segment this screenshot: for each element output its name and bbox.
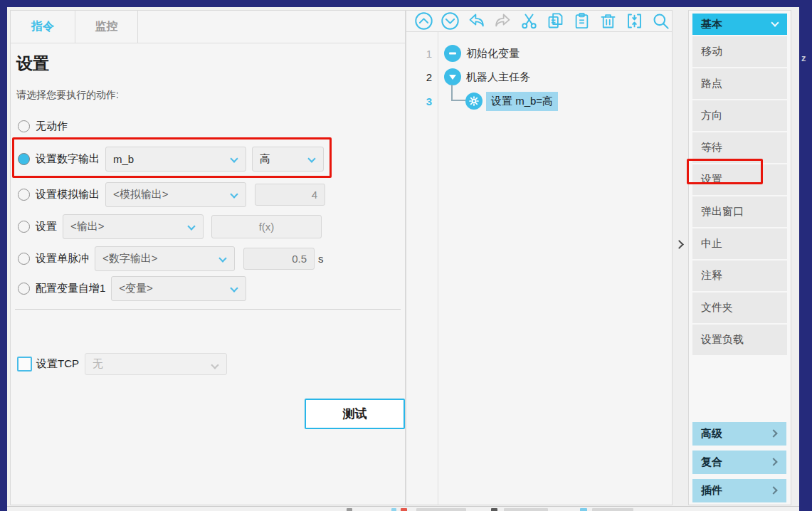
digital-level-select[interactable]: 高 bbox=[252, 147, 324, 172]
undo-icon[interactable] bbox=[467, 11, 486, 31]
test-button[interactable]: 测试 bbox=[305, 399, 405, 429]
top-frame-bar bbox=[0, 0, 812, 7]
sidebar-section-plugin[interactable]: 插件 bbox=[692, 479, 786, 502]
paste-icon[interactable] bbox=[572, 11, 591, 31]
tree-row-main-task[interactable]: 2 机器人主任务 bbox=[406, 65, 670, 88]
variable-select[interactable]: <变量> bbox=[111, 276, 246, 301]
selected-value: m_b bbox=[113, 153, 134, 165]
chevron-down-icon bbox=[230, 154, 238, 162]
status-icon-fragment bbox=[491, 508, 497, 511]
move-down-icon[interactable] bbox=[441, 11, 460, 31]
chevron-down-icon bbox=[218, 254, 226, 262]
right-frame-bar: z bbox=[799, 7, 812, 511]
sidebar-item-waypoint[interactable]: 路点 bbox=[692, 68, 787, 99]
cut-icon[interactable] bbox=[520, 11, 539, 31]
delete-icon[interactable] bbox=[599, 11, 618, 31]
output-select[interactable]: <输出> bbox=[63, 214, 204, 239]
digital-output-select[interactable]: m_b bbox=[105, 147, 246, 172]
status-icon-fragment bbox=[580, 508, 587, 511]
sidebar-section-advanced[interactable]: 高级 bbox=[692, 422, 786, 446]
option-row-analog-output: 设置模拟输出 <模拟输出> 4 bbox=[18, 182, 398, 207]
option-row-set-output: 设置 <输出> f(x) bbox=[18, 214, 398, 239]
status-text-fragment bbox=[504, 508, 548, 511]
selected-value: <变量> bbox=[119, 282, 153, 295]
chevron-right-icon bbox=[769, 429, 777, 437]
radio-set-output[interactable] bbox=[18, 221, 30, 233]
option-label: 设置 bbox=[36, 220, 57, 233]
option-label: 配置变量自增1 bbox=[36, 282, 105, 295]
triangle-node-icon bbox=[444, 68, 461, 85]
selected-value: 高 bbox=[260, 152, 270, 166]
line-number: 3 bbox=[406, 95, 432, 107]
analog-output-select[interactable]: <模拟输出> bbox=[105, 182, 246, 207]
gear-node-icon bbox=[465, 93, 483, 110]
sidebar-section-basic[interactable]: 基本 bbox=[692, 14, 787, 35]
line-number: 1 bbox=[406, 48, 432, 60]
app-window: z 指令 监控 设置 请选择您要执行的动作: 无动作 设置数字输出 m_b 高 bbox=[0, 0, 812, 511]
pulse-output-select[interactable]: <数字输出> bbox=[95, 246, 235, 271]
sidebar-item-comment[interactable]: 注释 bbox=[692, 260, 787, 291]
sidebar-item-move[interactable]: 移动 bbox=[692, 36, 787, 67]
command-sidebar: 基本 移动 路点 方向 等待 设置 弹出窗口 中止 注释 文件夹 设置负载 高级… bbox=[688, 10, 791, 505]
chevron-right-icon bbox=[769, 458, 777, 465]
selected-value: 无 bbox=[93, 357, 103, 371]
expression-button[interactable]: f(x) bbox=[211, 215, 322, 238]
option-label: 设置模拟输出 bbox=[36, 188, 100, 201]
tab-monitor[interactable]: 监控 bbox=[75, 11, 138, 43]
chevron-down-icon bbox=[231, 284, 238, 292]
sidebar-item-set-payload[interactable]: 设置负载 bbox=[692, 325, 787, 355]
sidebar-section-composite[interactable]: 复合 bbox=[692, 451, 786, 474]
chevron-down-icon bbox=[771, 19, 779, 26]
option-row-digital-output: 设置数字输出 m_b 高 bbox=[18, 146, 398, 172]
tcp-row: 设置TCP 无 bbox=[17, 352, 398, 376]
section-label: 复合 bbox=[701, 455, 722, 469]
tab-command[interactable]: 指令 bbox=[11, 11, 75, 43]
radio-digital-output[interactable] bbox=[18, 153, 30, 165]
option-label: 无动作 bbox=[36, 120, 68, 133]
chevron-down-icon bbox=[211, 361, 218, 369]
sidebar-expand-chevron-icon[interactable] bbox=[675, 240, 684, 249]
analog-value-input[interactable]: 4 bbox=[255, 184, 325, 206]
tree-toolbar bbox=[406, 11, 672, 32]
minus-node-icon bbox=[444, 45, 461, 62]
sidebar-item-folder[interactable]: 文件夹 bbox=[692, 293, 787, 323]
sidebar-item-wait[interactable]: 等待 bbox=[692, 132, 787, 163]
move-up-icon[interactable] bbox=[414, 11, 433, 31]
sidebar-item-abort[interactable]: 中止 bbox=[692, 228, 787, 259]
pulse-unit-label: s bbox=[318, 253, 324, 265]
tree-node-label: 机器人主任务 bbox=[466, 70, 530, 84]
copy-icon[interactable] bbox=[546, 11, 565, 31]
radio-increment-variable[interactable] bbox=[18, 283, 30, 295]
program-tree-panel: 1 初始化变量 2 机器人主任务 3 bbox=[406, 10, 673, 505]
chevron-down-icon bbox=[307, 154, 315, 162]
selected-value: <模拟输出> bbox=[113, 188, 169, 201]
collapse-icon[interactable] bbox=[625, 11, 644, 31]
sidebar-item-popup[interactable]: 弹出窗口 bbox=[692, 196, 787, 227]
radio-no-action[interactable] bbox=[18, 120, 30, 132]
sidebar-item-set[interactable]: 设置 bbox=[692, 164, 787, 195]
action-prompt: 请选择您要执行的动作: bbox=[16, 89, 119, 102]
tree-row-init-variables[interactable]: 1 初始化变量 bbox=[406, 42, 670, 65]
tree-row-set-command[interactable]: 3 设置 m_b=高 bbox=[406, 90, 670, 112]
settings-panel: 指令 监控 设置 请选择您要执行的动作: 无动作 设置数字输出 m_b 高 bbox=[10, 10, 406, 505]
section-label: 基本 bbox=[701, 18, 722, 31]
status-icon-fragment bbox=[391, 508, 396, 511]
radio-analog-output[interactable] bbox=[18, 189, 30, 201]
tab-bar: 指令 监控 bbox=[11, 11, 405, 43]
section-divider bbox=[15, 309, 401, 310]
status-text-fragment bbox=[592, 508, 633, 511]
status-text-fragment bbox=[416, 508, 466, 511]
page-title: 设置 bbox=[16, 53, 49, 75]
tcp-checkbox[interactable] bbox=[17, 357, 32, 372]
clipped-edge-letter: z bbox=[801, 53, 806, 63]
search-icon[interactable] bbox=[651, 11, 670, 31]
chevron-right-icon bbox=[769, 486, 777, 494]
sidebar-item-direction[interactable]: 方向 bbox=[692, 100, 787, 131]
tree-node-label: 初始化变量 bbox=[466, 47, 520, 60]
pulse-duration-input[interactable]: 0.5 bbox=[243, 248, 315, 270]
selected-value: <输出> bbox=[70, 220, 105, 233]
option-row-single-pulse: 设置单脉冲 <数字输出> 0.5 s bbox=[18, 246, 398, 271]
radio-single-pulse[interactable] bbox=[18, 253, 30, 265]
chevron-down-icon bbox=[187, 222, 195, 230]
tcp-select[interactable]: 无 bbox=[85, 353, 227, 375]
